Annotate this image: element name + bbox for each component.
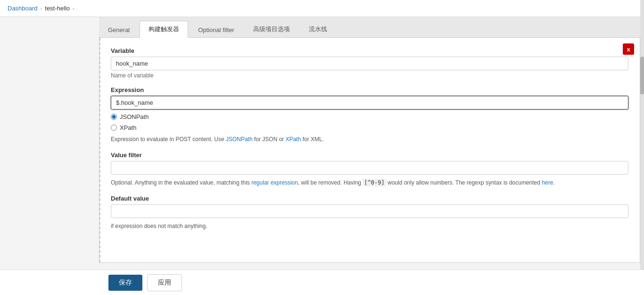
value-filter-link-here[interactable]: here (542, 179, 553, 186)
save-button[interactable]: 保存 (108, 275, 142, 291)
value-filter-input[interactable] (111, 161, 628, 175)
value-filter-desc: Optional. Anything in the evaluated valu… (111, 178, 628, 187)
breadcrumb-separator-1: › (41, 6, 42, 11)
radio-xpath[interactable] (111, 125, 117, 131)
variable-group: Variable Name of variable (111, 47, 628, 79)
bottom-bar: 保存 应用 (0, 270, 644, 295)
tab-general[interactable]: General (99, 22, 139, 37)
radio-jsonpath-text: JSONPath (120, 113, 149, 120)
apply-button[interactable]: 应用 (147, 274, 182, 291)
value-filter-code: [^0-9] (363, 179, 386, 186)
scrollbar-thumb[interactable] (640, 57, 644, 94)
value-filter-link-regex[interactable]: regular expression (251, 179, 298, 186)
expression-desc-2: for JSON or (253, 136, 286, 143)
expression-desc-3: for XML. (301, 136, 324, 143)
tab-advanced-options[interactable]: 高级项目选项 (244, 21, 299, 37)
breadcrumb-project[interactable]: test-hello (45, 5, 70, 12)
radio-jsonpath[interactable] (111, 114, 117, 120)
variable-help: Name of variable (111, 72, 628, 79)
expression-input[interactable] (111, 96, 628, 110)
expression-group: Expression JSONPath XPath Expression to … (111, 86, 628, 144)
expression-desc: Expression to evaluate in POST content. … (111, 135, 628, 144)
radio-xpath-text: XPath (120, 124, 136, 131)
value-filter-desc-2: , will be removed. Having (298, 179, 363, 186)
delete-button[interactable]: x (623, 43, 634, 55)
value-filter-desc-3: would only allow numbers. The regexp syn… (386, 179, 542, 186)
tab-pipeline[interactable]: 流水线 (300, 21, 336, 37)
breadcrumb-separator-2: › (73, 6, 74, 11)
radio-xpath-label[interactable]: XPath (111, 124, 628, 131)
form-panel: x Variable Name of variable Expression J… (99, 38, 640, 263)
value-filter-desc-1: Optional. Anything in the evaluated valu… (111, 179, 251, 186)
expression-desc-1: Expression to evaluate in POST content. … (111, 136, 226, 143)
expression-label: Expression (111, 86, 628, 93)
default-value-desc: if expression does not match anything. (111, 222, 628, 231)
tab-optional-filter[interactable]: Optional filter (189, 22, 243, 37)
scrollbar[interactable] (640, 0, 644, 295)
expression-link-xpath[interactable]: XPath (286, 136, 301, 143)
value-filter-desc-4: . (553, 179, 554, 186)
value-filter-label: Value filter (111, 152, 628, 159)
default-value-label: Default value (111, 195, 628, 202)
expression-link-jsonpath[interactable]: JSONPath (226, 136, 253, 143)
default-value-input[interactable] (111, 204, 628, 218)
default-value-desc-text: if expression does not match anything. (111, 223, 207, 229)
breadcrumb-dashboard[interactable]: Dashboard (8, 5, 38, 12)
expression-radio-group: JSONPath XPath (111, 113, 628, 131)
value-filter-group: Value filter Optional. Anything in the e… (111, 152, 628, 187)
variable-label: Variable (111, 47, 628, 54)
variable-input[interactable] (111, 57, 628, 70)
tab-build-trigger[interactable]: 构建触发器 (140, 21, 188, 38)
radio-jsonpath-label[interactable]: JSONPath (111, 113, 628, 120)
breadcrumb: Dashboard › test-hello › (0, 0, 644, 17)
default-value-group: Default value if expression does not mat… (111, 195, 628, 231)
sidebar (0, 17, 99, 295)
